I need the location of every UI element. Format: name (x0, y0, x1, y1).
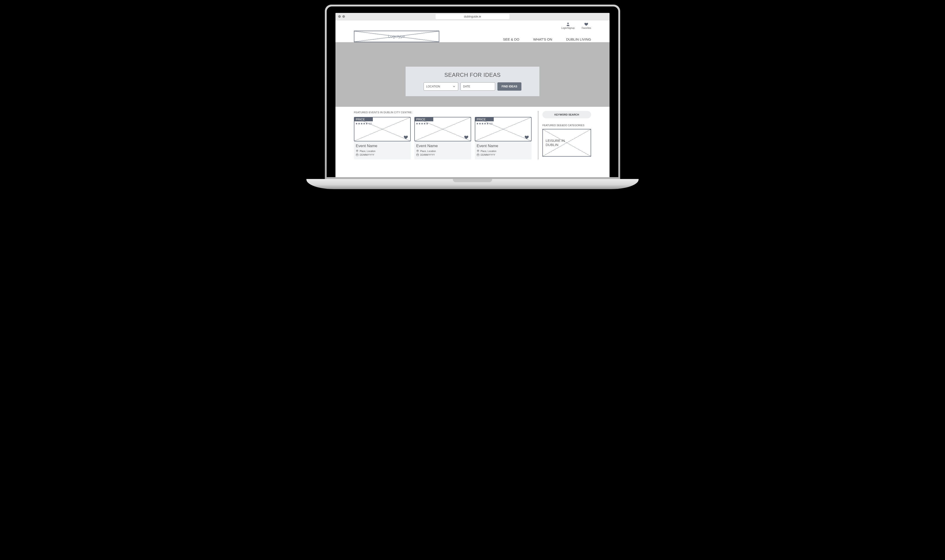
event-location: Place, Location (360, 150, 376, 152)
browser-window: dublinguide.ie Login/Signup (336, 13, 609, 177)
calendar-icon (416, 153, 419, 156)
category-card[interactable]: LEISURE IN DUBLIN (542, 129, 591, 157)
logo-placeholder[interactable]: Logotype (354, 31, 439, 42)
star-icon: ★★★★★ (476, 122, 489, 125)
keyword-search-button[interactable]: KEYWORD SEARCH (542, 111, 591, 118)
laptop-screen-bezel: dublinguide.ie Login/Signup (327, 6, 618, 177)
favorites-label: Favorites (582, 27, 591, 29)
event-date-row: DD/MM/YYYY (356, 153, 409, 156)
hero-banner: SEARCH FOR IDEAS LOCATION DATE (336, 42, 609, 107)
svg-rect-12 (477, 154, 479, 156)
svg-point-1 (357, 151, 358, 151)
nav-dublin-living[interactable]: DUBLIN LIVING (566, 37, 591, 41)
event-date-row: DD/MM/YYYY (416, 153, 469, 156)
event-date: DD/MM/YYYY (480, 154, 495, 156)
page-body: Login/Signup Favorites Logotype (336, 20, 609, 177)
laptop-screen-frame: dublinguide.ie Login/Signup (325, 5, 620, 179)
heart-icon (583, 22, 589, 26)
rating-value: 4.8 (368, 123, 372, 125)
favorite-toggle[interactable] (464, 135, 469, 140)
event-card-body: Event Name Place, Location (354, 142, 411, 156)
laptop-base (306, 179, 639, 189)
svg-point-0 (567, 23, 569, 24)
event-title: Event Name (356, 144, 409, 148)
event-image-placeholder: PRICE ★★★★★ (414, 117, 471, 142)
event-title: Event Name (477, 144, 530, 148)
star-icon: ★★★★★ (416, 122, 428, 125)
favorite-toggle[interactable] (524, 135, 529, 140)
location-pin-icon (477, 150, 479, 152)
svg-rect-2 (356, 154, 358, 156)
price-badge: PRICE (475, 117, 494, 121)
category-title: LEISURE IN DUBLIN (546, 138, 569, 147)
search-heading: SEARCH FOR IDEAS (411, 72, 534, 78)
event-location-row: Place, Location (356, 150, 409, 152)
main-nav: SEE & DO WHAT'S ON DUBLIN LIVING (503, 37, 591, 42)
login-signup-link[interactable]: Login/Signup (561, 22, 574, 29)
event-title: Event Name (416, 144, 469, 148)
event-image-placeholder: PRICE ★★★★★ 4.8 (354, 117, 411, 142)
svg-point-6 (417, 151, 418, 151)
price-badge: PRICE (415, 117, 433, 121)
rating-row: ★★★★★ 4.8 (355, 122, 372, 125)
laptop-mockup: dublinguide.ie Login/Signup (325, 5, 620, 189)
login-label: Login/Signup (561, 27, 574, 29)
main-content: FEATURED EVENTS IN DUBLIN CITY CENTRE: P… (336, 107, 609, 159)
chevron-down-icon (452, 85, 456, 88)
calendar-icon (356, 153, 359, 156)
svg-point-11 (478, 151, 479, 151)
event-image-placeholder: PRICE ★★★★★ 4.8 (475, 117, 531, 142)
search-controls: LOCATION DATE FIND IDEAS (411, 82, 534, 91)
event-card-body: Event Name Place, Location (475, 142, 531, 156)
favorite-toggle[interactable] (403, 135, 408, 140)
featured-heading: FEATURED EVENTS IN DUBLIN CITY CENTRE: (354, 111, 531, 114)
event-date: DD/MM/YYYY (360, 154, 374, 156)
rating-row: ★★★★★ (416, 122, 429, 125)
rating-row: ★★★★★ 4.8 (476, 122, 493, 125)
nav-whats-on[interactable]: WHAT'S ON (533, 37, 553, 41)
window-controls (338, 15, 345, 18)
event-card[interactable]: PRICE ★★★★★ 4.8 (354, 117, 411, 159)
sidebar-featured-heading: FEATURED SEE&DO CATEGORIES (542, 124, 591, 127)
location-label: LOCATION (426, 85, 440, 88)
rating-value: 4.8 (489, 123, 493, 125)
event-location: Place, Location (480, 150, 496, 152)
browser-chrome: dublinguide.ie (336, 13, 609, 20)
event-card[interactable]: PRICE ★★★★★ (414, 117, 471, 159)
minimize-window-icon[interactable] (342, 15, 345, 18)
find-ideas-button[interactable]: FIND IDEAS (497, 82, 522, 91)
event-location-row: Place, Location (416, 150, 469, 152)
price-badge: PRICE (354, 117, 373, 121)
nav-see-do[interactable]: SEE & DO (503, 37, 519, 41)
event-date: DD/MM/YYYY (420, 154, 435, 156)
event-date-row: DD/MM/YYYY (477, 153, 530, 156)
search-panel: SEARCH FOR IDEAS LOCATION DATE (406, 67, 539, 96)
event-cards-row: PRICE ★★★★★ 4.8 (354, 117, 531, 159)
url-text: dublinguide.ie (464, 15, 481, 18)
location-pin-icon (356, 150, 359, 152)
url-bar[interactable]: dublinguide.ie (436, 14, 509, 19)
event-card[interactable]: PRICE ★★★★★ 4.8 (475, 117, 531, 159)
event-location-row: Place, Location (477, 150, 530, 152)
date-input[interactable]: DATE (460, 82, 495, 91)
sidebar: KEYWORD SEARCH FEATURED SEE&DO CATEGORIE… (538, 111, 591, 159)
top-utility-bar: Login/Signup Favorites (336, 20, 609, 29)
date-placeholder: DATE (463, 85, 470, 88)
laptop-notch (453, 179, 492, 182)
favorites-link[interactable]: Favorites (582, 22, 591, 29)
user-icon (565, 22, 571, 26)
star-icon: ★★★★★ (355, 122, 368, 125)
event-location: Place, Location (420, 150, 436, 152)
location-select[interactable]: LOCATION (423, 82, 458, 91)
close-window-icon[interactable] (338, 15, 341, 18)
calendar-icon (477, 153, 479, 156)
logo-text: Logotype (388, 34, 405, 39)
location-pin-icon (416, 150, 419, 152)
featured-events-section: FEATURED EVENTS IN DUBLIN CITY CENTRE: P… (354, 111, 531, 159)
event-card-body: Event Name Place, Location (414, 142, 471, 156)
svg-rect-7 (417, 154, 419, 156)
header: Logotype SEE & DO WHAT'S ON DUBLIN LIVIN… (336, 29, 609, 42)
